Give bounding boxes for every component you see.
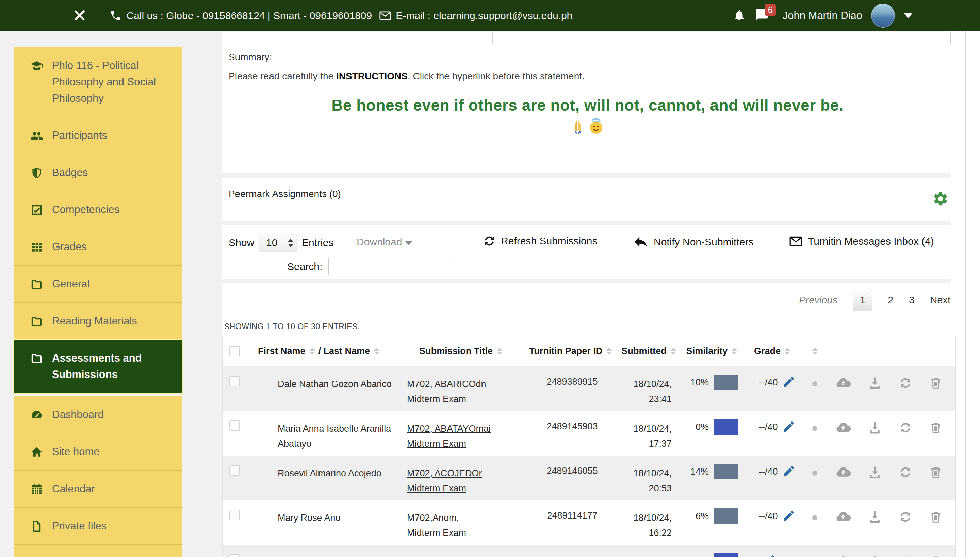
trash-icon[interactable] xyxy=(929,420,943,435)
similarity-color-block[interactable] xyxy=(714,508,738,524)
trash-icon[interactable] xyxy=(929,464,943,480)
submission-title-link[interactable]: M702, ACOJEDOr Midterm Exam xyxy=(407,466,494,496)
sidebar-item-site-home[interactable]: Site home xyxy=(14,433,182,470)
sidebar-item-content-bank[interactable]: Content bank xyxy=(14,544,182,557)
graduation-cap-icon xyxy=(30,60,43,73)
cloud-upload-icon[interactable] xyxy=(835,464,851,480)
submission-title-link[interactable]: M702,Anom, Midterm Exam xyxy=(407,510,494,540)
summary-body-suffix: . Click the hyperlink before this statem… xyxy=(408,71,584,81)
pagination-page-2[interactable]: 2 xyxy=(888,295,893,306)
trash-icon[interactable] xyxy=(929,509,943,524)
refresh-icon[interactable] xyxy=(898,420,913,435)
cloud-upload-icon[interactable] xyxy=(835,375,851,391)
sidebar-item-participants[interactable]: Participants xyxy=(14,117,182,154)
pencil-icon[interactable] xyxy=(782,420,795,433)
sort-icon[interactable] xyxy=(606,348,612,355)
pencil-icon[interactable] xyxy=(763,554,777,557)
entries-select[interactable]: 10 xyxy=(259,234,297,252)
refresh-icon[interactable] xyxy=(898,509,913,524)
home-icon xyxy=(30,446,43,459)
pencil-icon[interactable] xyxy=(782,464,795,478)
header-similarity: Similarity xyxy=(682,346,745,357)
notify-non-submitters-button[interactable]: Notify Non-Submitters xyxy=(633,234,753,250)
user-name[interactable]: John Martin Diao xyxy=(783,10,862,22)
student-name-cell: Rosevil Almarino Acojedo xyxy=(250,456,399,500)
trash-icon[interactable] xyxy=(929,554,943,557)
similarity-color-block[interactable] xyxy=(714,419,738,435)
sidebar-item-grades[interactable]: Grades xyxy=(14,228,182,265)
avatar[interactable] xyxy=(871,4,895,28)
sort-icon[interactable] xyxy=(310,348,315,355)
similarity-color-block[interactable] xyxy=(714,553,738,557)
sidebar-item-label: Site home xyxy=(52,444,100,460)
row-checkbox[interactable] xyxy=(229,376,240,386)
download-icon[interactable] xyxy=(867,554,882,557)
row-checkbox[interactable] xyxy=(229,510,240,520)
chevron-down-icon[interactable] xyxy=(904,13,913,18)
submission-title-link[interactable]: M702, ABARICOdn Midterm Exam xyxy=(407,376,494,407)
download-icon[interactable] xyxy=(867,420,882,435)
sidebar-item-reading-materials[interactable]: Reading Materials xyxy=(14,302,182,339)
messages-icon[interactable]: 6 xyxy=(755,8,769,23)
turnitin-inbox-button[interactable]: Turnitin Messages Inbox (4) xyxy=(789,234,934,249)
pagination-page-3[interactable]: 3 xyxy=(909,295,914,306)
refresh-icon[interactable] xyxy=(898,464,913,480)
pagination: Previous 1 2 3 Next xyxy=(222,283,957,317)
cloud-upload-icon[interactable] xyxy=(835,509,851,524)
download-icon[interactable] xyxy=(867,375,882,391)
row-checkbox[interactable] xyxy=(229,465,240,476)
sort-icon[interactable] xyxy=(785,348,790,355)
pagination-next[interactable]: Next xyxy=(930,295,951,306)
refresh-icon xyxy=(482,234,496,248)
similarity-cell: 0% xyxy=(682,411,745,456)
search-control: Search: xyxy=(287,257,456,277)
sort-icon[interactable] xyxy=(812,348,818,355)
pagination-previous[interactable]: Previous xyxy=(799,295,837,306)
sidebar-item-course[interactable]: Phlo 116 - Political Philosophy and Soci… xyxy=(14,47,182,117)
similarity-color-block[interactable] xyxy=(714,464,738,479)
sidebar-item-calendar[interactable]: Calendar xyxy=(14,470,182,507)
sort-icon[interactable] xyxy=(374,348,380,355)
sidebar-item-assessments-and-submissions[interactable]: Assessments and Submissions xyxy=(14,339,182,393)
header-checkbox-cell xyxy=(222,346,250,357)
tab-strip-cell xyxy=(886,32,951,44)
sort-icon[interactable] xyxy=(671,348,676,355)
sidebar-item-badges[interactable]: Badges xyxy=(14,154,182,191)
row-checkbox-cell xyxy=(222,545,250,557)
similarity-color-block[interactable] xyxy=(714,375,738,390)
gear-icon[interactable] xyxy=(932,191,949,208)
pagination-page-1[interactable]: 1 xyxy=(853,289,872,311)
bell-icon[interactable] xyxy=(733,8,746,23)
refresh-icon[interactable] xyxy=(898,554,913,557)
row-checkbox[interactable] xyxy=(229,420,240,431)
submission-title-link[interactable]: M702, ABATAYOmai Midterm Exam xyxy=(407,421,494,451)
instructions-link[interactable]: INSTRUCTIONS xyxy=(336,71,408,81)
download-icon[interactable] xyxy=(867,509,882,524)
pencil-icon[interactable] xyxy=(782,509,795,523)
cloud-upload-icon[interactable] xyxy=(835,554,851,557)
pencil-icon[interactable] xyxy=(782,375,795,389)
sidebar-item-dashboard[interactable]: Dashboard xyxy=(14,396,182,433)
download-label: Download xyxy=(357,236,402,248)
summary-section: Summary: Please read carefully the INSTR… xyxy=(222,44,957,173)
submitted-cell: 18/10/24,16:22 xyxy=(619,500,682,545)
sidebar-item-private-files[interactable]: Private files xyxy=(14,507,182,544)
sort-icon[interactable] xyxy=(732,348,737,355)
tab-strip-cell xyxy=(222,32,371,44)
users-icon xyxy=(30,129,43,142)
select-all-checkbox[interactable] xyxy=(229,346,240,357)
row-checkbox[interactable] xyxy=(229,554,240,557)
refresh-icon[interactable] xyxy=(898,375,913,391)
similarity-percent: 10% xyxy=(690,377,709,388)
sort-icon[interactable] xyxy=(497,348,502,355)
cloud-upload-icon[interactable] xyxy=(835,420,851,435)
download-dropdown[interactable]: Download xyxy=(357,236,412,248)
refresh-submissions-button[interactable]: Refresh Submissions xyxy=(482,234,597,248)
download-icon[interactable] xyxy=(867,464,882,480)
search-input[interactable] xyxy=(328,257,456,277)
sidebar-item-general[interactable]: General xyxy=(14,265,182,302)
close-icon[interactable]: ✕ xyxy=(72,7,87,24)
trash-icon[interactable] xyxy=(929,375,943,391)
sidebar-item-competencies[interactable]: Competencies xyxy=(14,191,182,228)
search-label: Search: xyxy=(287,261,322,272)
